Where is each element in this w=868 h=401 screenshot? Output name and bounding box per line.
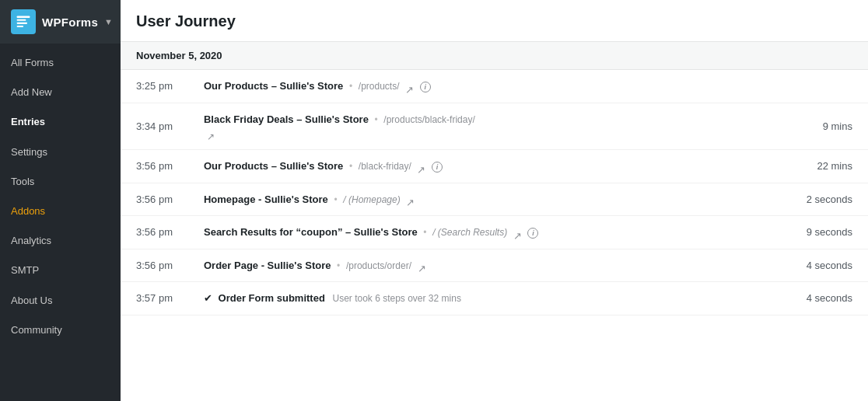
svg-rect-3 <box>17 26 23 27</box>
page-title: User Journey <box>136 12 852 30</box>
path-separator: • <box>334 194 337 205</box>
sidebar: WPForms ▼ All Forms Add New Entries Sett… <box>0 0 121 401</box>
external-link-icon[interactable]: ↗ <box>207 130 216 139</box>
time-cell: 3:56 pm <box>121 249 188 282</box>
page-path: /products/order/ <box>346 260 411 271</box>
path-separator: • <box>349 81 352 92</box>
title-cell: ✔ Order Form submitted User took 6 steps… <box>188 282 750 316</box>
time-cell: 3:57 pm <box>121 282 188 316</box>
sidebar-item-smtp[interactable]: SMTP <box>0 256 121 285</box>
time-cell: 3:34 pm <box>121 103 188 150</box>
external-link-icon[interactable]: ↗ <box>417 162 426 172</box>
logo-text: WPForms <box>42 16 98 29</box>
external-link-icon[interactable]: ↗ <box>418 261 427 270</box>
sidebar-logo[interactable]: WPForms ▼ <box>0 0 121 44</box>
info-icon[interactable]: i <box>432 162 443 173</box>
duration-cell: 9 seconds <box>750 216 868 249</box>
path-separator: • <box>349 161 352 172</box>
path-separator: • <box>337 260 340 271</box>
title-cell: Our Products – Sullie's Store • /black-f… <box>188 150 750 183</box>
time-cell: 3:25 pm <box>121 70 188 103</box>
path-separator: • <box>423 227 426 238</box>
page-header: User Journey <box>121 0 868 42</box>
table-row: 3:25 pm Our Products – Sullie's Store • … <box>121 70 868 103</box>
title-cell: Homepage - Sullie's Store • / (Homepage)… <box>188 183 750 216</box>
svg-rect-0 <box>17 16 30 19</box>
journey-table: 3:25 pm Our Products – Sullie's Store • … <box>121 70 868 316</box>
sidebar-item-add-new[interactable]: Add New <box>0 78 121 107</box>
title-cell: Search Results for “coupon” – Sullie's S… <box>188 216 750 249</box>
table-row: 3:56 pm Our Products – Sullie's Store • … <box>121 150 868 183</box>
path-separator: • <box>375 114 378 125</box>
external-link-icon[interactable]: ↗ <box>513 228 523 238</box>
sidebar-item-all-forms[interactable]: All Forms <box>0 48 121 78</box>
sidebar-item-settings[interactable]: Settings <box>0 138 121 167</box>
sidebar-navigation: All Forms Add New Entries Settings Tools… <box>0 44 121 350</box>
duration-cell: 4 seconds <box>750 282 868 316</box>
sidebar-item-addons[interactable]: Addons <box>0 197 121 226</box>
page-title-text: Black Friday Deals – Sullie's Store <box>204 113 369 125</box>
page-path: / (Homepage) <box>343 194 400 205</box>
content-area: November 5, 2020 3:25 pm Our Products – … <box>121 42 868 401</box>
svg-rect-1 <box>17 19 26 21</box>
title-cell: Order Page - Sullie's Store • /products/… <box>188 249 750 282</box>
page-title-text: Homepage - Sullie's Store <box>204 194 328 205</box>
duration-cell: 22 mins <box>750 150 868 183</box>
title-cell: Black Friday Deals – Sullie's Store • /p… <box>188 103 750 150</box>
sub-note: User took 6 steps over 32 mins <box>332 293 460 304</box>
page-path: /black-friday/ <box>359 161 411 172</box>
sidebar-collapse-icon[interactable]: ▼ <box>104 17 113 26</box>
external-link-icon[interactable]: ↗ <box>405 82 415 92</box>
duration-cell: 9 mins <box>750 103 868 150</box>
svg-rect-2 <box>17 23 27 24</box>
page-title-text: Search Results for “coupon” – Sullie's S… <box>204 226 418 238</box>
table-row: 3:56 pm Search Results for “coupon” – Su… <box>121 216 868 249</box>
page-title-text: Our Products – Sullie's Store <box>204 80 343 92</box>
sidebar-item-about-us[interactable]: About Us <box>0 286 121 316</box>
main-content: User Journey November 5, 2020 3:25 pm Ou… <box>121 0 868 401</box>
sidebar-item-community[interactable]: Community <box>0 316 121 345</box>
info-icon[interactable]: i <box>527 228 538 239</box>
table-row: 3:56 pm Order Page - Sullie's Store • /p… <box>121 249 868 282</box>
duration-cell: 2 seconds <box>750 183 868 216</box>
title-cell: Our Products – Sullie's Store • /product… <box>188 70 750 103</box>
time-cell: 3:56 pm <box>121 216 188 249</box>
page-title-text: Order Page - Sullie's Store <box>204 260 331 271</box>
time-cell: 3:56 pm <box>121 183 188 216</box>
sidebar-item-analytics[interactable]: Analytics <box>0 226 121 256</box>
external-link-icon[interactable]: ↗ <box>406 195 415 204</box>
page-path: /products/ <box>359 81 400 92</box>
sidebar-item-tools[interactable]: Tools <box>0 167 121 197</box>
wpforms-logo-icon <box>11 9 36 34</box>
page-title-text: Our Products – Sullie's Store <box>204 160 343 172</box>
table-row: 3:57 pm ✔ Order Form submitted User took… <box>121 282 868 316</box>
duration-cell <box>750 70 868 103</box>
page-path: / (Search Results) <box>432 227 507 238</box>
checkmark-icon: ✔ <box>204 292 212 304</box>
date-header: November 5, 2020 <box>121 42 868 70</box>
page-path: /products/black-friday/ <box>383 114 474 125</box>
duration-cell: 4 seconds <box>750 249 868 282</box>
time-cell: 3:56 pm <box>121 150 188 183</box>
submitted-title: Order Form submitted <box>219 292 325 304</box>
sidebar-item-entries[interactable]: Entries <box>0 107 121 137</box>
table-row: 3:56 pm Homepage - Sullie's Store • / (H… <box>121 183 868 216</box>
table-row: 3:34 pm Black Friday Deals – Sullie's St… <box>121 103 868 150</box>
info-icon[interactable]: i <box>420 82 431 92</box>
